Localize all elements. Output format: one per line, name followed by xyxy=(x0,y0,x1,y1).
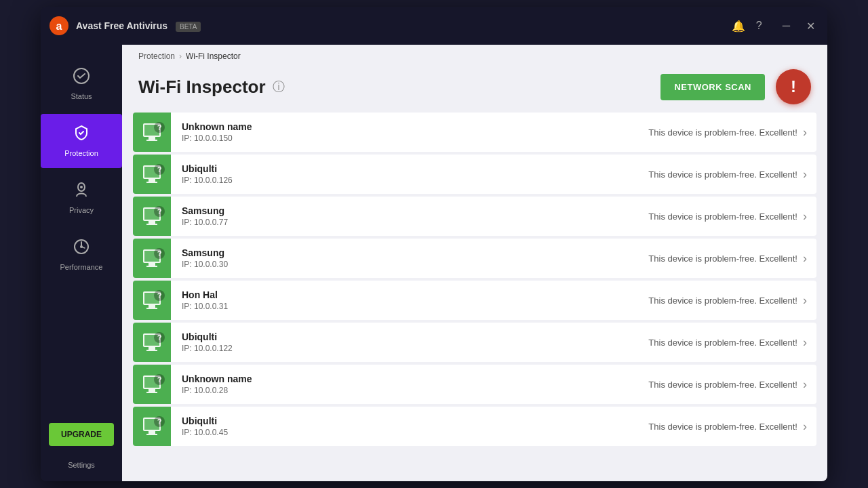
device-info: Hon Hal IP: 10.0.0.31 xyxy=(171,284,648,317)
device-monitor-icon: ? xyxy=(143,291,161,309)
device-icon-box: ? xyxy=(133,365,171,404)
monitor-body: ? xyxy=(143,333,161,347)
sidebar-item-status[interactable]: Status xyxy=(41,57,122,111)
svg-point-4 xyxy=(80,186,83,188)
monitor-body: ? xyxy=(143,165,161,179)
device-ip: IP: 10.0.0.122 xyxy=(182,344,637,353)
notification-icon[interactable]: 🔔 xyxy=(732,20,745,33)
device-row[interactable]: ? Ubiqulti IP: 10.0.0.45 This device is … xyxy=(133,407,816,446)
device-chevron: › xyxy=(803,336,816,350)
info-icon[interactable]: ⓘ xyxy=(273,79,285,95)
device-row[interactable]: ? Ubiqulti IP: 10.0.0.122 This device is… xyxy=(133,323,816,362)
question-badge: ? xyxy=(154,416,165,427)
sidebar-item-privacy[interactable]: Privacy xyxy=(41,171,122,225)
device-name: Ubiqulti xyxy=(182,415,637,426)
device-status: This device is problem-free. Excellent! xyxy=(648,338,803,348)
device-chevron: › xyxy=(803,420,816,434)
page-title: Wi-Fi Inspector xyxy=(138,77,266,98)
help-icon[interactable]: ? xyxy=(756,20,762,32)
device-name: Ubiqulti xyxy=(182,331,637,342)
alert-icon: ! xyxy=(791,77,796,96)
monitor-base xyxy=(146,308,157,309)
device-ip: IP: 10.0.0.126 xyxy=(182,176,637,185)
question-badge: ? xyxy=(154,206,165,217)
device-row[interactable]: ? Unknown name IP: 10.0.0.28 This device… xyxy=(133,365,816,404)
device-chevron: › xyxy=(803,209,816,224)
device-row[interactable]: ? Ubiqulti IP: 10.0.0.126 This device is… xyxy=(133,155,816,194)
sidebar: Status Protection xyxy=(41,45,122,481)
device-row[interactable]: ? Unknown name IP: 10.0.0.150 This devic… xyxy=(133,113,816,152)
device-ip: IP: 10.0.0.30 xyxy=(182,260,637,269)
device-monitor-icon: ? xyxy=(143,123,161,141)
device-info: Ubiqulti IP: 10.0.0.122 xyxy=(171,326,648,359)
sidebar-item-performance[interactable]: Performance xyxy=(41,228,122,282)
monitor-base xyxy=(146,392,157,393)
breadcrumb-parent[interactable]: Protection xyxy=(138,52,175,61)
device-row[interactable]: ? Hon Hal IP: 10.0.0.31 This device is p… xyxy=(133,281,816,320)
question-badge: ? xyxy=(154,374,165,385)
app-title: Avast Free Antivirus BETA xyxy=(76,20,732,31)
breadcrumb: Protection › Wi-Fi Inspector xyxy=(122,45,827,64)
monitor-body: ? xyxy=(143,418,161,431)
network-scan-button[interactable]: NETWORK SCAN xyxy=(660,74,765,100)
monitor-body: ? xyxy=(143,249,161,263)
beta-badge: BETA xyxy=(176,22,201,32)
protection-icon xyxy=(73,125,90,145)
svg-text:a: a xyxy=(56,20,62,32)
device-icon-box: ? xyxy=(133,239,171,278)
monitor-body: ? xyxy=(143,291,161,305)
minimize-button[interactable]: ─ xyxy=(778,18,794,34)
device-info: Ubiqulti IP: 10.0.0.45 xyxy=(171,410,648,443)
device-monitor-icon: ? xyxy=(143,165,161,183)
monitor-base xyxy=(146,140,157,141)
device-icon-box: ? xyxy=(133,113,171,152)
device-chevron: › xyxy=(803,251,816,266)
device-info: Unknown name IP: 10.0.0.28 xyxy=(171,368,648,401)
device-status: This device is problem-free. Excellent! xyxy=(648,296,803,306)
question-badge: ? xyxy=(154,290,165,301)
header-right: NETWORK SCAN ! xyxy=(660,69,811,104)
device-icon-box: ? xyxy=(133,281,171,320)
device-list: ? Unknown name IP: 10.0.0.150 This devic… xyxy=(122,113,827,481)
title-bar: a Avast Free Antivirus BETA 🔔 ? ─ ✕ xyxy=(41,7,827,45)
monitor-base xyxy=(146,266,157,267)
device-status: This device is problem-free. Excellent! xyxy=(648,380,803,390)
device-icon-box: ? xyxy=(133,155,171,194)
close-button[interactable]: ✕ xyxy=(802,18,819,34)
device-ip: IP: 10.0.0.28 xyxy=(182,386,637,395)
device-name: Unknown name xyxy=(182,373,637,384)
device-monitor-icon: ? xyxy=(143,333,161,351)
device-monitor-icon: ? xyxy=(143,207,161,225)
upgrade-button[interactable]: UPGRADE xyxy=(49,423,114,446)
monitor-body: ? xyxy=(143,123,161,137)
question-badge: ? xyxy=(154,332,165,343)
device-ip: IP: 10.0.0.77 xyxy=(182,218,637,227)
device-row[interactable]: ? Samsung IP: 10.0.0.30 This device is p… xyxy=(133,239,816,278)
monitor-base xyxy=(146,434,157,435)
device-info: Samsung IP: 10.0.0.30 xyxy=(171,242,648,274)
alert-circle[interactable]: ! xyxy=(776,69,811,104)
device-info: Samsung IP: 10.0.0.77 xyxy=(171,200,648,232)
window-controls: ─ ✕ xyxy=(778,18,819,34)
page-header: Wi-Fi Inspector ⓘ NETWORK SCAN ! xyxy=(122,64,827,113)
privacy-label: Privacy xyxy=(69,206,94,214)
device-chevron: › xyxy=(803,293,816,308)
device-row[interactable]: ? Samsung IP: 10.0.0.77 This device is p… xyxy=(133,197,816,236)
performance-label: Performance xyxy=(60,263,103,271)
app-window: a Avast Free Antivirus BETA 🔔 ? ─ ✕ xyxy=(41,7,827,481)
monitor-body: ? xyxy=(143,375,161,389)
device-ip: IP: 10.0.0.45 xyxy=(182,428,637,437)
monitor-base xyxy=(146,350,157,351)
device-monitor-icon: ? xyxy=(143,375,161,393)
settings-item[interactable]: Settings xyxy=(68,454,95,476)
device-monitor-icon: ? xyxy=(143,418,161,435)
monitor-base xyxy=(146,182,157,183)
sidebar-item-protection[interactable]: Protection xyxy=(41,114,122,168)
breadcrumb-separator: › xyxy=(179,52,182,61)
device-name: Unknown name xyxy=(182,121,637,132)
status-label: Status xyxy=(71,92,92,100)
device-icon-box: ? xyxy=(133,323,171,362)
status-icon xyxy=(73,68,90,88)
page-title-area: Wi-Fi Inspector ⓘ xyxy=(138,77,285,98)
device-chevron: › xyxy=(803,167,816,182)
